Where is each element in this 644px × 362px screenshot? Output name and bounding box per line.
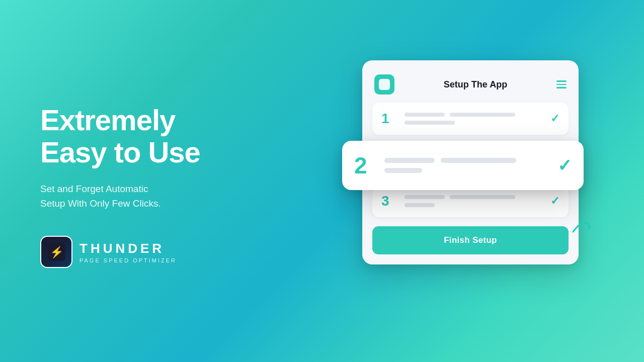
step-2-bar-3 [384,168,422,173]
headline-line2: Easy to Use [40,136,200,168]
step-1-check-icon: ✓ [550,112,559,125]
step-2-card: 2 ✓ [342,141,584,190]
step-2-number: 2 [354,152,374,179]
finish-setup-button[interactable]: Finish Setup [372,226,569,254]
step-3-bar-1 [405,195,445,199]
step-1-bar-2 [450,113,515,117]
subtext-line2: Setup With Only Few Clicks. [40,198,161,209]
hamburger-line-2 [556,84,567,85]
app-title: Setup The App [394,79,556,90]
svg-text:⚡: ⚡ [50,245,64,259]
step-1-bar-3 [405,121,455,125]
app-header: Setup The App [372,70,569,103]
right-panel: Setup The App 1 ✓ [342,40,604,322]
brand-tagline: PAGE SPEED OPTIMIZER [79,257,177,263]
hamburger-line-3 [556,87,567,88]
step-2-bar-1 [384,158,435,163]
step-1-lines [405,113,542,117]
left-panel: Extremely Easy to Use Set and Forget Aut… [40,94,282,268]
step-3-lines [405,195,542,199]
step-1-content [405,113,542,125]
hamburger-line-1 [556,80,567,82]
brand-icon-svg: ⚡ [47,243,65,261]
step-3-number: 3 [381,193,396,209]
step-1-number: 1 [381,111,396,127]
subtext: Set and Forget Automatic Setup With Only… [40,182,282,211]
step-3-bar-2 [450,195,515,199]
hamburger-menu-icon[interactable] [556,80,567,88]
step-2-lines [384,158,547,163]
step-3-bar-3 [405,203,435,207]
headline-line1: Extremely [40,104,175,136]
headline: Extremely Easy to Use [40,104,282,168]
arrow-svg [569,212,593,236]
step-3-content [405,195,542,207]
page: Extremely Easy to Use Set and Forget Aut… [0,0,644,362]
step-3-check-icon: ✓ [550,195,559,208]
arrow-decoration [569,211,594,236]
brand: ⚡ THUNDER PAGE SPEED OPTIMIZER [40,236,282,268]
subtext-line1: Set and Forget Automatic [40,184,148,194]
step-2-bar-2 [441,158,516,163]
app-icon [374,74,394,95]
brand-logo: ⚡ [40,236,72,268]
step-row-1: 1 ✓ [372,103,569,135]
step-2-content [384,158,547,173]
brand-name: THUNDER [79,241,177,256]
brand-text: THUNDER PAGE SPEED OPTIMIZER [79,241,177,263]
brand-logo-inner: ⚡ [41,237,71,267]
step-1-bar-1 [405,113,445,117]
step-2-check-icon: ✓ [557,155,572,175]
app-icon-shape [379,79,390,90]
